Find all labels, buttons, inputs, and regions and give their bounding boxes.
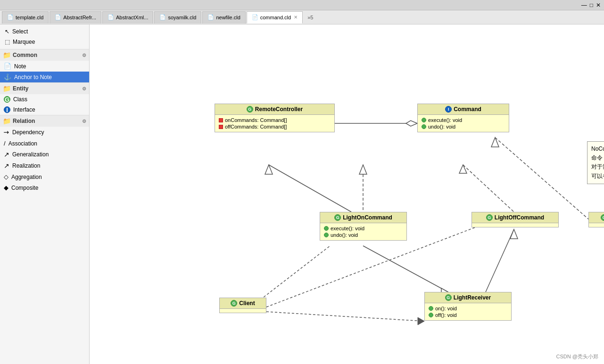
sidebar-item-aggregation[interactable]: ◇ Aggregation bbox=[0, 171, 89, 182]
tab-icon-soyamilk: 📄 bbox=[159, 14, 166, 21]
sidebar-item-dependency[interactable]: ↗ Dependency bbox=[0, 127, 89, 138]
svg-line-8 bbox=[269, 165, 351, 212]
field-visibility-icon bbox=[219, 118, 223, 122]
tab-icon-command: 📄 bbox=[252, 14, 258, 21]
section-relation[interactable]: 📁 Relation ⚙ bbox=[0, 115, 89, 127]
method-row: execute(): void bbox=[422, 117, 505, 123]
realization-icon: ↗ bbox=[4, 162, 9, 170]
class-type-icon: G bbox=[486, 214, 493, 221]
method-visibility-icon bbox=[422, 124, 426, 129]
class-light-on-command[interactable]: G LightOnCommand execute(): void undo():… bbox=[320, 212, 407, 241]
class-name-light-off: LightOffCommand bbox=[495, 214, 544, 221]
class-command[interactable]: I Command execute(): void undo(): void bbox=[417, 104, 509, 132]
anchor-icon: ⚓ bbox=[4, 73, 11, 81]
method-row: undo(): void bbox=[324, 232, 403, 238]
sidebar-item-anchor-to-note[interactable]: ⚓ Anchor to Note bbox=[0, 72, 89, 82]
class-remote-controller[interactable]: G RemoteController onCommands: Command[]… bbox=[215, 104, 335, 132]
svg-line-16 bbox=[363, 246, 448, 292]
class-body-remote-controller: onCommands: Command[] offCommands: Comma… bbox=[215, 115, 334, 132]
method-row: on(): void bbox=[429, 305, 507, 312]
watermark: CSDN @秃头小郑 bbox=[556, 353, 598, 360]
note-icon: 📄 bbox=[4, 63, 11, 70]
tab-template[interactable]: 📄 template.cld bbox=[2, 11, 49, 24]
note-no-command[interactable]: NoCommand 表示空命令对于简化操作，有帮助可以省去对空的判断 bbox=[587, 141, 604, 184]
class-name-light-receiver: LightReceiver bbox=[454, 294, 491, 301]
svg-line-12 bbox=[266, 312, 424, 321]
method-row: undo(): void bbox=[422, 123, 505, 130]
select-tool[interactable]: ↖ Select bbox=[0, 26, 89, 37]
method-visibility-icon bbox=[429, 306, 433, 311]
class-name-remote-controller: RemoteController bbox=[255, 106, 303, 113]
marquee-tool[interactable]: ⬚ Marquee bbox=[0, 37, 89, 47]
sidebar-item-interface[interactable]: I Interface bbox=[0, 105, 89, 115]
class-header-light-on: G LightOnCommand bbox=[320, 212, 406, 223]
class-icon: G bbox=[4, 96, 10, 103]
method-visibility-icon bbox=[324, 233, 329, 237]
field-row: offCommands: Command[] bbox=[219, 123, 331, 130]
sidebar-item-realization[interactable]: ↗ Realization bbox=[0, 160, 89, 171]
class-header-client: G Client bbox=[220, 298, 266, 309]
class-name-client: Client bbox=[239, 300, 255, 307]
class-body-light-off bbox=[472, 223, 558, 227]
maximize-btn[interactable]: □ bbox=[590, 2, 593, 8]
svg-marker-1 bbox=[406, 121, 417, 126]
class-name-light-on: LightOnCommand bbox=[343, 214, 392, 221]
method-visibility-icon bbox=[324, 226, 329, 231]
composite-icon: ◆ bbox=[4, 184, 8, 191]
svg-marker-9 bbox=[265, 165, 273, 174]
method-row: execute(): void bbox=[324, 225, 403, 232]
class-body-light-receiver: on(): void off(): void bbox=[425, 303, 511, 320]
entity-expand-icon: ⚙ bbox=[82, 86, 86, 91]
section-entity[interactable]: 📁 Entity ⚙ bbox=[0, 82, 89, 94]
class-body-light-on: execute(): void undo(): void bbox=[320, 223, 406, 240]
class-body-client bbox=[220, 309, 266, 313]
svg-marker-7 bbox=[491, 138, 499, 147]
svg-marker-3 bbox=[359, 165, 367, 174]
diagram-canvas[interactable]: G RemoteController onCommands: Command[]… bbox=[90, 24, 604, 364]
section-common-icon: 📁 bbox=[3, 51, 11, 59]
class-type-icon: G bbox=[247, 106, 253, 113]
diagram-svg bbox=[90, 24, 604, 364]
tab-soyamilk[interactable]: 📄 soyamilk.cld bbox=[154, 11, 201, 24]
tools-section: ↖ Select ⬚ Marquee bbox=[0, 24, 89, 49]
class-light-off-command[interactable]: G LightOffCommand bbox=[472, 212, 559, 227]
sidebar-item-association[interactable]: / Association bbox=[0, 138, 89, 149]
field-visibility-icon bbox=[219, 125, 223, 129]
close-btn[interactable]: ✕ bbox=[596, 2, 601, 8]
marquee-icon: ⬚ bbox=[5, 39, 10, 45]
section-entity-icon: 📁 bbox=[3, 85, 11, 92]
svg-marker-11 bbox=[510, 229, 518, 239]
class-client[interactable]: G Client bbox=[219, 298, 266, 313]
tab-abstractxml[interactable]: 📄 AbstractXml... bbox=[102, 11, 153, 24]
svg-line-14 bbox=[257, 246, 330, 302]
tab-overflow[interactable]: »5 bbox=[304, 13, 317, 22]
sidebar-item-note[interactable]: 📄 Note bbox=[0, 61, 89, 72]
class-type-icon: G bbox=[445, 294, 452, 301]
minimize-btn[interactable]: — bbox=[581, 2, 587, 8]
relation-expand-icon: ⚙ bbox=[82, 119, 86, 124]
interface-icon: I bbox=[4, 106, 10, 113]
generalization-icon: ↗ bbox=[4, 151, 9, 158]
tab-close-command[interactable]: ✕ bbox=[294, 15, 298, 20]
method-row: off(): void bbox=[429, 312, 507, 318]
tab-icon-abstractxml: 📄 bbox=[108, 14, 114, 21]
section-common[interactable]: 📁 Common ⚙ bbox=[0, 49, 89, 61]
svg-marker-5 bbox=[459, 165, 467, 173]
interface-type-icon: I bbox=[445, 106, 452, 113]
tab-bar: 📄 template.cld 📄 AbstractRefr... 📄 Abstr… bbox=[0, 10, 604, 24]
select-icon: ↖ bbox=[5, 28, 9, 35]
sidebar-item-generalization[interactable]: ↗ Generalization bbox=[0, 149, 89, 160]
tab-abstractrefr[interactable]: 📄 AbstractRefr... bbox=[50, 11, 101, 24]
tab-icon-newfile: 📄 bbox=[207, 14, 214, 21]
svg-line-4 bbox=[463, 165, 514, 212]
sidebar-item-class[interactable]: G Class bbox=[0, 94, 89, 105]
tab-command[interactable]: 📄 command.cld ✕ bbox=[247, 11, 303, 24]
class-header-light-receiver: G LightReceiver bbox=[425, 292, 511, 303]
class-no-command[interactable]: G NoCommand bbox=[588, 212, 604, 227]
sidebar-item-composite[interactable]: ◆ Composite bbox=[0, 182, 89, 193]
class-header-no-command: G NoCommand bbox=[589, 212, 604, 223]
svg-line-10 bbox=[486, 229, 514, 292]
svg-marker-13 bbox=[418, 317, 424, 325]
tab-newfile[interactable]: 📄 newfile.cld bbox=[202, 11, 245, 24]
class-light-receiver[interactable]: G LightReceiver on(): void off(): void bbox=[424, 292, 512, 321]
